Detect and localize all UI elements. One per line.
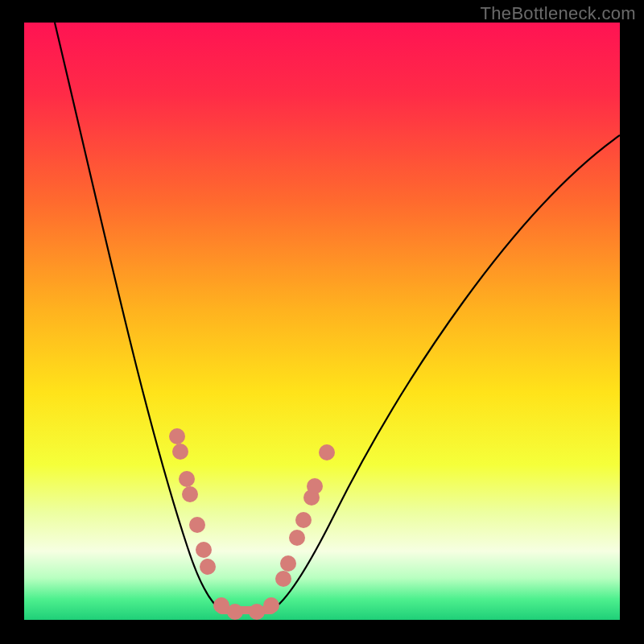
data-marker bbox=[200, 559, 216, 575]
data-marker bbox=[289, 530, 305, 546]
data-marker bbox=[182, 486, 198, 502]
data-marker bbox=[189, 517, 205, 533]
data-marker bbox=[295, 512, 312, 528]
data-marker bbox=[263, 597, 279, 613]
data-marker bbox=[249, 604, 265, 620]
data-marker bbox=[196, 542, 212, 558]
data-marker bbox=[280, 555, 296, 572]
data-marker bbox=[169, 428, 185, 444]
data-marker bbox=[172, 444, 188, 460]
watermark-text: TheBottleneck.com bbox=[481, 3, 636, 24]
data-marker bbox=[307, 478, 323, 494]
chart-svg bbox=[0, 0, 644, 644]
data-marker bbox=[275, 571, 291, 587]
data-marker bbox=[179, 471, 195, 487]
chart-canvas: TheBottleneck.com bbox=[0, 0, 644, 644]
data-marker bbox=[319, 444, 335, 460]
gradient-background bbox=[24, 23, 620, 620]
data-marker bbox=[227, 604, 243, 620]
data-marker bbox=[213, 597, 229, 613]
